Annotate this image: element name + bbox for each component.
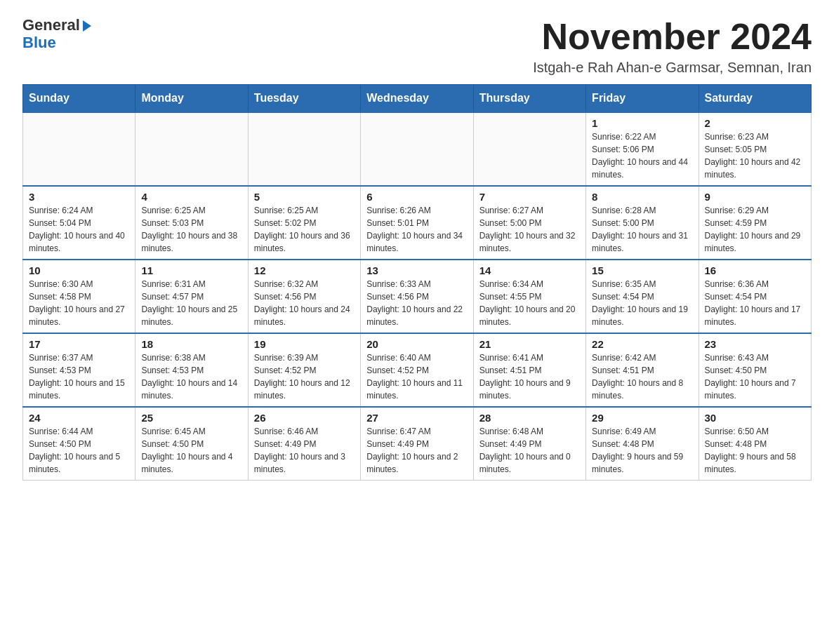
calendar-cell: 13Sunrise: 6:33 AMSunset: 4:56 PMDayligh… [361,260,473,333]
calendar-week-row: 17Sunrise: 6:37 AMSunset: 4:53 PMDayligh… [23,333,812,407]
calendar-week-row: 24Sunrise: 6:44 AMSunset: 4:50 PMDayligh… [23,407,812,481]
calendar-cell: 29Sunrise: 6:49 AMSunset: 4:48 PMDayligh… [586,407,699,481]
day-info: Sunrise: 6:39 AMSunset: 4:52 PMDaylight:… [254,351,355,402]
calendar-cell [248,112,360,186]
calendar-table: SundayMondayTuesdayWednesdayThursdayFrid… [22,84,812,481]
day-info: Sunrise: 6:32 AMSunset: 4:56 PMDaylight:… [254,278,355,328]
day-number: 24 [29,412,129,424]
day-number: 4 [141,191,241,203]
calendar-cell: 6Sunrise: 6:26 AMSunset: 5:01 PMDaylight… [361,186,473,260]
day-number: 27 [366,412,467,424]
day-number: 25 [141,412,241,424]
calendar-header-row: SundayMondayTuesdayWednesdayThursdayFrid… [23,85,812,113]
day-number: 30 [705,412,805,424]
calendar-cell: 11Sunrise: 6:31 AMSunset: 4:57 PMDayligh… [135,260,248,333]
calendar-cell: 5Sunrise: 6:25 AMSunset: 5:02 PMDaylight… [248,186,360,260]
calendar-cell: 24Sunrise: 6:44 AMSunset: 4:50 PMDayligh… [23,407,135,481]
calendar-cell: 10Sunrise: 6:30 AMSunset: 4:58 PMDayligh… [23,260,135,333]
day-number: 17 [29,338,129,350]
day-info: Sunrise: 6:25 AMSunset: 5:03 PMDaylight:… [141,204,241,255]
calendar-cell: 4Sunrise: 6:25 AMSunset: 5:03 PMDaylight… [135,186,248,260]
day-number: 1 [592,117,692,129]
calendar-cell: 14Sunrise: 6:34 AMSunset: 4:55 PMDayligh… [473,260,585,333]
day-info: Sunrise: 6:41 AMSunset: 4:51 PMDaylight:… [479,351,580,402]
day-number: 18 [141,338,241,350]
calendar-cell: 22Sunrise: 6:42 AMSunset: 4:51 PMDayligh… [586,333,699,407]
calendar-cell: 9Sunrise: 6:29 AMSunset: 4:59 PMDaylight… [699,186,811,260]
calendar-week-row: 10Sunrise: 6:30 AMSunset: 4:58 PMDayligh… [23,260,812,333]
calendar-header-monday: Monday [135,85,248,113]
day-info: Sunrise: 6:31 AMSunset: 4:57 PMDaylight:… [141,278,241,328]
day-info: Sunrise: 6:44 AMSunset: 4:50 PMDaylight:… [29,425,129,476]
day-info: Sunrise: 6:30 AMSunset: 4:58 PMDaylight:… [29,278,129,328]
calendar-header-saturday: Saturday [699,85,811,113]
day-info: Sunrise: 6:38 AMSunset: 4:53 PMDaylight:… [141,351,241,402]
day-info: Sunrise: 6:27 AMSunset: 5:00 PMDaylight:… [479,204,580,255]
day-number: 29 [592,412,692,424]
day-info: Sunrise: 6:40 AMSunset: 4:52 PMDaylight:… [366,351,467,402]
calendar-cell: 1Sunrise: 6:22 AMSunset: 5:06 PMDaylight… [586,112,699,186]
day-number: 10 [29,264,129,276]
day-info: Sunrise: 6:34 AMSunset: 4:55 PMDaylight:… [479,278,580,328]
calendar-cell: 25Sunrise: 6:45 AMSunset: 4:50 PMDayligh… [135,407,248,481]
day-info: Sunrise: 6:26 AMSunset: 5:01 PMDaylight:… [366,204,467,255]
calendar-cell: 8Sunrise: 6:28 AMSunset: 5:00 PMDaylight… [586,186,699,260]
calendar-week-row: 3Sunrise: 6:24 AMSunset: 5:04 PMDaylight… [23,186,812,260]
title-area: November 2024 Istgah-e Rah Ahan-e Garmsa… [533,17,812,76]
day-info: Sunrise: 6:47 AMSunset: 4:49 PMDaylight:… [366,425,467,476]
day-number: 11 [141,264,241,276]
calendar-cell: 21Sunrise: 6:41 AMSunset: 4:51 PMDayligh… [473,333,585,407]
day-number: 9 [705,191,805,203]
calendar-cell: 16Sunrise: 6:36 AMSunset: 4:54 PMDayligh… [699,260,811,333]
calendar-cell: 20Sunrise: 6:40 AMSunset: 4:52 PMDayligh… [361,333,473,407]
calendar-header-thursday: Thursday [473,85,585,113]
calendar-header-wednesday: Wednesday [361,85,473,113]
day-number: 21 [479,338,580,350]
month-title: November 2024 [533,17,812,57]
day-number: 15 [592,264,692,276]
calendar-cell [361,112,473,186]
calendar-header-tuesday: Tuesday [248,85,360,113]
day-number: 8 [592,191,692,203]
day-number: 20 [366,338,467,350]
day-info: Sunrise: 6:25 AMSunset: 5:02 PMDaylight:… [254,204,355,255]
day-info: Sunrise: 6:23 AMSunset: 5:05 PMDaylight:… [705,130,805,181]
day-number: 2 [705,117,805,129]
calendar-cell: 15Sunrise: 6:35 AMSunset: 4:54 PMDayligh… [586,260,699,333]
day-number: 7 [479,191,580,203]
calendar-cell: 19Sunrise: 6:39 AMSunset: 4:52 PMDayligh… [248,333,360,407]
calendar-cell: 27Sunrise: 6:47 AMSunset: 4:49 PMDayligh… [361,407,473,481]
calendar-cell: 12Sunrise: 6:32 AMSunset: 4:56 PMDayligh… [248,260,360,333]
calendar-cell [135,112,248,186]
day-number: 5 [254,191,355,203]
logo-line2: Blue [22,34,56,52]
day-number: 28 [479,412,580,424]
day-info: Sunrise: 6:46 AMSunset: 4:49 PMDaylight:… [254,425,355,476]
day-info: Sunrise: 6:50 AMSunset: 4:48 PMDaylight:… [705,425,805,476]
calendar-cell [473,112,585,186]
day-number: 12 [254,264,355,276]
calendar-cell: 3Sunrise: 6:24 AMSunset: 5:04 PMDaylight… [23,186,135,260]
day-number: 6 [366,191,467,203]
day-info: Sunrise: 6:36 AMSunset: 4:54 PMDaylight:… [705,278,805,328]
day-number: 19 [254,338,355,350]
calendar-header-friday: Friday [586,85,699,113]
day-number: 22 [592,338,692,350]
location-subtitle: Istgah-e Rah Ahan-e Garmsar, Semnan, Ira… [533,60,812,76]
day-info: Sunrise: 6:33 AMSunset: 4:56 PMDaylight:… [366,278,467,328]
day-info: Sunrise: 6:29 AMSunset: 4:59 PMDaylight:… [705,204,805,255]
calendar-cell: 28Sunrise: 6:48 AMSunset: 4:49 PMDayligh… [473,407,585,481]
calendar-week-row: 1Sunrise: 6:22 AMSunset: 5:06 PMDaylight… [23,112,812,186]
calendar-cell [23,112,135,186]
day-number: 23 [705,338,805,350]
page-header: General Blue November 2024 Istgah-e Rah … [22,17,812,76]
logo: General Blue [22,17,91,52]
calendar-cell: 18Sunrise: 6:38 AMSunset: 4:53 PMDayligh… [135,333,248,407]
day-info: Sunrise: 6:24 AMSunset: 5:04 PMDaylight:… [29,204,129,255]
day-info: Sunrise: 6:43 AMSunset: 4:50 PMDaylight:… [705,351,805,402]
day-info: Sunrise: 6:48 AMSunset: 4:49 PMDaylight:… [479,425,580,476]
calendar-cell: 30Sunrise: 6:50 AMSunset: 4:48 PMDayligh… [699,407,811,481]
logo-line1: General [22,17,91,34]
day-number: 13 [366,264,467,276]
day-info: Sunrise: 6:45 AMSunset: 4:50 PMDaylight:… [141,425,241,476]
